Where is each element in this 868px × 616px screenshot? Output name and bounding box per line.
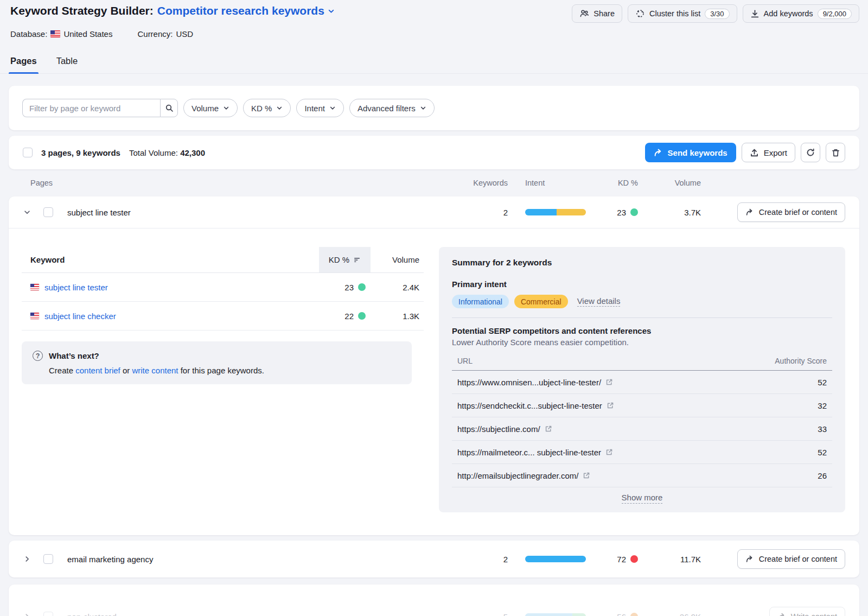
- chevron-down-icon: [223, 105, 229, 111]
- expand-row-chevron-icon[interactable]: [23, 612, 31, 616]
- column-kd: KD %: [602, 179, 638, 187]
- kd-filter-dropdown[interactable]: KD %: [243, 99, 291, 117]
- list-name-label: Competitor research keywords: [157, 4, 324, 17]
- expand-row-chevron-icon[interactable]: [23, 555, 31, 563]
- chevron-down-icon: [420, 105, 426, 111]
- database-currency-row: Database: United States Currency: USD: [9, 29, 859, 39]
- whats-next-box: ? What’s next? Create content brief or w…: [22, 341, 412, 384]
- collapse-row-chevron-icon[interactable]: [23, 208, 31, 217]
- share-label: Share: [593, 9, 615, 18]
- expanded-page-details: Keyword KD % Volume subject line tester: [9, 228, 859, 535]
- intent-bar: [525, 613, 586, 616]
- cluster-count-badge: 3/30: [705, 9, 729, 19]
- primary-intent-label: Primary intent: [452, 280, 832, 289]
- kd-difficulty-dot: [358, 312, 366, 320]
- kd-value: 56: [617, 612, 626, 616]
- delete-button[interactable]: [826, 143, 845, 162]
- create-brief-button[interactable]: Create brief or content: [737, 202, 845, 222]
- whats-next-text: Create content brief or write content fo…: [33, 366, 401, 375]
- competitor-url: https://subjectline.com/: [457, 424, 540, 434]
- content-brief-link[interactable]: content brief: [75, 366, 120, 375]
- select-all-checkbox[interactable]: [23, 148, 33, 157]
- keywords-count: 2: [470, 555, 508, 564]
- tab-table[interactable]: Table: [55, 53, 79, 73]
- external-link-icon[interactable]: [545, 425, 552, 433]
- page-title-label: Keyword Strategy Builder:: [10, 4, 154, 17]
- cluster-label: Cluster this list: [649, 9, 700, 18]
- export-label: Export: [764, 148, 787, 157]
- column-intent: Intent: [525, 179, 586, 187]
- page-name: subject line tester: [67, 208, 131, 217]
- us-flag-icon: [50, 30, 60, 37]
- refresh-button[interactable]: [801, 143, 820, 162]
- page-title: Keyword Strategy Builder: Competitor res…: [9, 4, 335, 17]
- keyword-count-badge: 9/2,000: [818, 9, 852, 19]
- kd-value: 23: [617, 208, 626, 217]
- send-keywords-button[interactable]: Send keywords: [645, 143, 736, 162]
- kd-sort-header[interactable]: KD %: [319, 247, 371, 272]
- kd-filter-label: KD %: [251, 104, 272, 113]
- filter-bar: Volume KD % Intent Advanced filters: [9, 86, 859, 130]
- table-row: email marketing agency 2 72 11.7K: [9, 541, 859, 577]
- filter-search-input[interactable]: [22, 99, 160, 117]
- create-brief-button[interactable]: Create brief or content: [737, 549, 845, 569]
- external-link-icon[interactable]: [605, 448, 613, 456]
- summary-panel: Summary for 2 keywords Primary intent In…: [439, 247, 845, 512]
- informational-intent-badge: Informational: [452, 295, 509, 308]
- keywords-count: 2: [470, 208, 508, 217]
- serp-competitor-row: http://emailsubjectlinegrader.com/ 26: [452, 464, 832, 487]
- total-volume-label: Total Volume:: [129, 148, 178, 157]
- database-value: United States: [63, 29, 112, 39]
- add-keywords-button[interactable]: Add keywords 9/2,000: [743, 4, 859, 23]
- volume-filter-dropdown[interactable]: Volume: [183, 99, 238, 117]
- share-icon: [579, 9, 589, 18]
- share-button[interactable]: Share: [572, 4, 622, 23]
- cluster-list-button[interactable]: Cluster this list 3/30: [628, 4, 737, 23]
- page-name: non-clustered: [67, 612, 117, 616]
- create-brief-label: Create brief or content: [759, 208, 837, 217]
- tab-pages[interactable]: Pages: [9, 53, 39, 73]
- toolbar-actions: Send keywords Export: [645, 143, 845, 162]
- us-flag-icon: [30, 313, 39, 319]
- keyword-volume: 1.3K: [371, 312, 424, 321]
- curved-arrow-icon: [745, 555, 754, 563]
- us-flag-icon: [30, 284, 39, 290]
- curved-arrow-icon: [777, 612, 786, 616]
- view-details-link[interactable]: View details: [577, 296, 621, 307]
- keyword-link[interactable]: subject line tester: [44, 283, 108, 292]
- selection-summary: 3 pages, 9 keywords: [41, 148, 120, 157]
- search-button[interactable]: [160, 99, 178, 117]
- advanced-filters-dropdown[interactable]: Advanced filters: [349, 99, 435, 117]
- competitor-url: https://sendcheckit.c...subject-line-tes…: [457, 401, 602, 410]
- advanced-filters-label: Advanced filters: [358, 104, 416, 113]
- page-name: email marketing agency: [67, 555, 153, 564]
- write-content-link[interactable]: write content: [132, 366, 178, 375]
- export-button[interactable]: Export: [742, 143, 795, 162]
- serp-competitor-row: https://mailmeteor.c... subject-line-tes…: [452, 441, 832, 464]
- authority-score: 32: [818, 401, 827, 410]
- row-checkbox[interactable]: [43, 207, 53, 217]
- kd-sort-label: KD %: [329, 255, 349, 264]
- external-link-icon[interactable]: [607, 402, 614, 409]
- row-checkbox[interactable]: [43, 612, 53, 616]
- list-name-dropdown[interactable]: Competitor research keywords: [157, 4, 335, 17]
- intent-filter-dropdown[interactable]: Intent: [296, 99, 344, 117]
- authority-score: 52: [818, 378, 827, 387]
- write-content-label: Write content: [791, 612, 837, 616]
- page-header: Keyword Strategy Builder: Competitor res…: [9, 4, 859, 23]
- keyword-link[interactable]: subject line checker: [44, 312, 116, 321]
- write-content-button[interactable]: Write content: [769, 607, 845, 616]
- volume-value: 3.7K: [654, 208, 701, 217]
- keyword-strategy-builder-page: Keyword Strategy Builder: Competitor res…: [0, 0, 868, 616]
- pages-table-header: Pages Keywords Intent KD % Volume: [9, 169, 859, 196]
- kd-difficulty-dot: [358, 283, 366, 291]
- external-link-icon[interactable]: [605, 378, 613, 386]
- row-checkbox[interactable]: [43, 554, 53, 564]
- kd-value: 72: [617, 555, 626, 564]
- show-more-link[interactable]: Show more: [622, 493, 663, 504]
- external-link-icon[interactable]: [583, 472, 590, 479]
- volume-value: 26.9K: [654, 612, 701, 616]
- table-row: subject line tester 2 23 3.7K: [9, 196, 859, 228]
- keyword-volume: 2.4K: [371, 283, 424, 292]
- column-keywords: Keywords: [470, 179, 508, 187]
